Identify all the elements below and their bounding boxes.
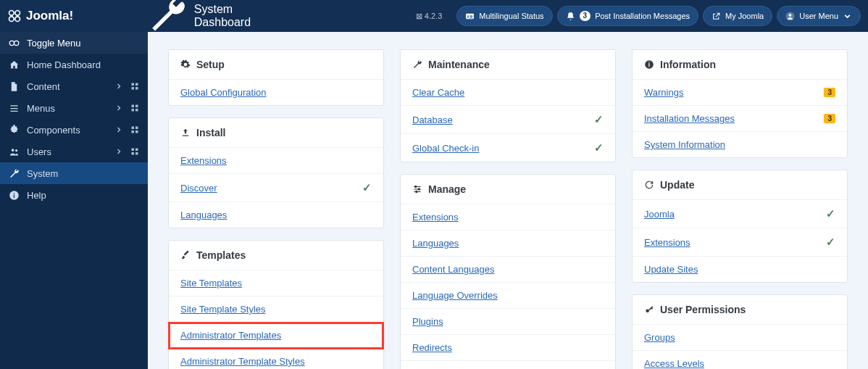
sidebar-item-menus[interactable]: Menus: [0, 97, 148, 119]
grid-icon[interactable]: [130, 82, 139, 91]
grid-icon[interactable]: [130, 147, 139, 156]
link-site-templates[interactable]: Site Templates: [180, 278, 242, 289]
sliders-icon: [412, 184, 422, 194]
svg-point-35: [646, 309, 649, 312]
link-language-overrides[interactable]: Language Overrides: [412, 290, 498, 301]
card-header: Setup: [169, 50, 383, 80]
sidebar-item-help[interactable]: i Help: [0, 184, 148, 206]
card-header: User Permissions: [633, 295, 847, 325]
svg-rect-10: [132, 83, 135, 86]
post-install-button[interactable]: 3 Post Installation Messages: [557, 6, 698, 26]
sidebar-item-label: Menus: [27, 103, 107, 114]
language-icon: A文: [465, 12, 475, 21]
messages-badge: 3: [824, 114, 835, 123]
svg-rect-16: [132, 109, 135, 112]
link-global-configuration[interactable]: Global Configuration: [180, 87, 267, 98]
svg-text:i: i: [648, 62, 650, 68]
link-system-information[interactable]: System Information: [644, 139, 725, 150]
card-header: Update: [633, 170, 847, 200]
brand-text: Joomla!: [26, 9, 73, 23]
home-icon: [9, 59, 20, 70]
svg-rect-20: [132, 130, 135, 133]
toggle-icon: [9, 38, 20, 49]
puzzle-icon: [9, 125, 20, 136]
link-clear-cache[interactable]: Clear Cache: [412, 87, 464, 98]
link-admin-template-styles[interactable]: Administrator Template Styles: [180, 356, 305, 367]
svg-rect-14: [132, 105, 135, 108]
link-content-languages[interactable]: Content Languages: [412, 264, 494, 275]
link-manage-extensions[interactable]: Extensions: [412, 212, 459, 223]
svg-rect-25: [135, 149, 138, 152]
link-groups[interactable]: Groups: [644, 332, 675, 343]
link-update-extensions[interactable]: Extensions: [644, 237, 690, 248]
card-install: Install Extensions Discover✓ Languages: [168, 117, 384, 228]
card-setup: Setup Global Configuration: [168, 49, 384, 106]
svg-rect-17: [135, 109, 138, 112]
refresh-icon: [644, 180, 654, 190]
grid-icon[interactable]: [130, 104, 139, 112]
sidebar-item-label: Help: [27, 190, 139, 201]
info-icon: i: [9, 190, 20, 201]
sidebar-item-label: Toggle Menu: [27, 38, 139, 49]
sidebar-item-system[interactable]: System: [0, 162, 148, 184]
link-install-extensions[interactable]: Extensions: [180, 155, 227, 166]
svg-point-8: [9, 41, 14, 45]
link-update-sites[interactable]: Update Sites: [644, 264, 698, 275]
user-icon: [785, 12, 795, 21]
svg-point-2: [9, 17, 14, 22]
svg-point-31: [418, 188, 420, 190]
link-access-levels[interactable]: Access Levels: [644, 358, 704, 369]
user-menu-button[interactable]: User Menu: [777, 6, 861, 26]
svg-rect-19: [135, 127, 138, 130]
warnings-badge: 3: [824, 88, 835, 97]
link-manage-languages[interactable]: Languages: [412, 238, 459, 249]
chevron-right-icon: [114, 125, 123, 134]
post-install-count: 3: [580, 11, 591, 21]
sidebar: Toggle Menu Home Dashboard Content Menus…: [0, 32, 148, 369]
link-redirects[interactable]: Redirects: [412, 342, 452, 353]
sidebar-item-home[interactable]: Home Dashboard: [0, 54, 148, 75]
sidebar-item-users[interactable]: Users: [0, 141, 148, 162]
brand-logo[interactable]: Joomla!: [7, 9, 146, 23]
toggle-menu-button[interactable]: Toggle Menu: [0, 32, 148, 54]
info-icon: i: [644, 59, 654, 70]
link-database[interactable]: Database: [412, 115, 453, 125]
card-manage: Manage Extensions Languages Content Lang…: [400, 174, 616, 369]
card-header: Manage: [401, 175, 615, 204]
multilingual-status-button[interactable]: A文 Multilingual Status: [456, 6, 552, 26]
svg-rect-18: [132, 127, 135, 130]
svg-point-32: [416, 191, 417, 192]
card-information: i Information Warnings3 Installation Mes…: [632, 49, 848, 158]
sidebar-item-label: Components: [27, 125, 107, 136]
list-icon: [9, 103, 20, 114]
chevron-right-icon: [114, 147, 123, 156]
link-admin-templates[interactable]: Administrator Templates: [180, 330, 281, 341]
check-icon: ✓: [594, 113, 604, 126]
card-maintenance: Maintenance Clear Cache Database✓ Global…: [400, 49, 616, 162]
key-icon: [644, 304, 654, 315]
svg-point-22: [12, 149, 14, 152]
svg-point-3: [15, 17, 20, 22]
check-icon: ✓: [594, 141, 604, 154]
link-warnings[interactable]: Warnings: [644, 87, 683, 98]
sidebar-item-components[interactable]: Components: [0, 119, 148, 141]
link-update-joomla[interactable]: Joomla: [644, 209, 675, 220]
link-discover[interactable]: Discover: [180, 183, 217, 194]
svg-rect-12: [132, 87, 135, 90]
link-plugins[interactable]: Plugins: [412, 316, 443, 327]
my-joomla-button[interactable]: My Joomla: [703, 6, 772, 26]
sidebar-item-label: Content: [27, 81, 107, 92]
grid-icon[interactable]: [130, 125, 139, 134]
bell-icon: [566, 12, 575, 21]
chevron-down-icon: [843, 12, 852, 21]
link-site-template-styles[interactable]: Site Template Styles: [180, 304, 266, 315]
link-global-checkin[interactable]: Global Check-in: [412, 143, 480, 154]
check-icon: ✓: [362, 181, 372, 194]
sidebar-item-content[interactable]: Content: [0, 75, 148, 97]
users-icon: [9, 146, 20, 157]
svg-rect-15: [135, 105, 138, 108]
link-installation-messages[interactable]: Installation Messages: [644, 113, 735, 124]
svg-text:A文: A文: [467, 14, 474, 18]
wrench-icon: [412, 59, 422, 70]
link-install-languages[interactable]: Languages: [180, 210, 227, 220]
